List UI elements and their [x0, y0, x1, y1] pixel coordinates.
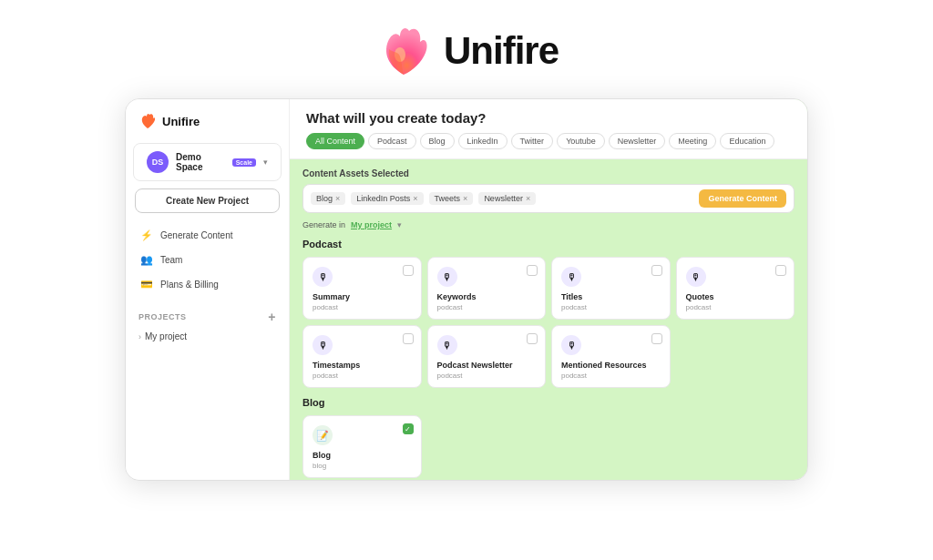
filter-tab-youtube[interactable]: Youtube — [557, 133, 605, 149]
project-item[interactable]: › My project — [138, 329, 276, 344]
card-checkbox-podcast-newsletter[interactable] — [527, 333, 538, 344]
main-content: What will you create today? All Content … — [290, 99, 807, 480]
card-type-keywords: podcast — [437, 303, 537, 311]
sidebar-item-generate-content[interactable]: ⚡ Generate Content — [133, 224, 282, 247]
card-quotes: 🎙 Quotes podcast — [676, 257, 795, 320]
card-blog: ✓ 📝 Blog blog — [302, 415, 422, 478]
logo-text: Unifire — [444, 29, 559, 73]
asset-tag-tweets: Tweets × — [429, 192, 474, 205]
asset-tag-newsletter: Newsletter × — [478, 192, 536, 205]
card-checkbox-timestamps[interactable] — [403, 333, 414, 344]
card-icon-blog: 📝 — [313, 425, 333, 445]
card-name-quotes: Quotes — [686, 292, 785, 301]
card-checkbox-keywords[interactable] — [527, 265, 538, 276]
sidebar-item-billing[interactable]: 💳 Plans & Billing — [133, 273, 282, 296]
projects-section: Projects + › My project — [126, 311, 289, 344]
card-icon-podcast-newsletter: 🎙 — [437, 335, 457, 355]
card-type-titles: podcast — [561, 303, 661, 311]
remove-linkedin-tag[interactable]: × — [413, 194, 417, 203]
filter-tab-education[interactable]: Education — [720, 133, 774, 149]
projects-label: Projects — [138, 312, 187, 321]
assets-bar: Blog × LinkedIn Posts × Tweets × Newslet… — [302, 184, 795, 213]
sidebar: Unifire DS Demo Space Scale ▾ Create New… — [126, 99, 290, 480]
remove-blog-tag[interactable]: × — [335, 194, 340, 203]
card-checkbox-titles[interactable] — [651, 265, 662, 276]
filter-tab-podcast[interactable]: Podcast — [368, 133, 416, 149]
card-checkbox-mentioned-resources[interactable] — [651, 333, 662, 344]
main-header: What will you create today? All Content … — [290, 99, 807, 159]
generate-content-icon: ⚡ — [140, 229, 153, 241]
generate-in-project-link[interactable]: My project — [351, 220, 392, 229]
account-avatar: DS — [147, 151, 169, 173]
remove-tweets-tag[interactable]: × — [463, 194, 467, 203]
card-icon-timestamps: 🎙 — [313, 335, 333, 355]
sidebar-item-team[interactable]: 👥 Team — [133, 249, 282, 271]
unifire-logo-icon — [374, 22, 433, 80]
sidebar-item-label: Team — [160, 255, 182, 265]
card-type-timestamps: podcast — [313, 372, 412, 380]
card-timestamps: 🎙 Timestamps podcast — [302, 325, 422, 388]
card-name-mentioned-resources: Mentioned Resources — [561, 361, 661, 370]
card-type-quotes: podcast — [686, 303, 785, 311]
content-assets-label: Content Assets Selected — [302, 168, 795, 178]
card-keywords: 🎙 Keywords podcast — [427, 257, 547, 320]
card-name-keywords: Keywords — [437, 292, 537, 301]
generate-in-row: Generate in My project ▾ — [302, 220, 795, 229]
card-mentioned-resources: 🎙 Mentioned Resources podcast — [551, 325, 671, 388]
card-summary: 🎙 Summary podcast — [302, 257, 422, 320]
generate-content-button[interactable]: Generate Content — [699, 189, 786, 208]
app-window: Unifire DS Demo Space Scale ▾ Create New… — [125, 98, 808, 481]
card-checkbox-blog[interactable]: ✓ — [403, 423, 414, 434]
asset-tag-linkedin-posts: LinkedIn Posts × — [351, 192, 423, 205]
card-checkbox-quotes[interactable] — [775, 265, 786, 276]
content-body: Content Assets Selected Blog × LinkedIn … — [290, 159, 807, 480]
card-type-podcast-newsletter: podcast — [437, 372, 537, 380]
card-type-summary: podcast — [313, 303, 412, 311]
team-icon: 👥 — [140, 254, 153, 266]
card-icon-quotes: 🎙 — [686, 267, 706, 287]
page-title: What will you create today? — [306, 110, 791, 126]
project-arrow-icon: › — [138, 332, 141, 341]
filter-tabs: All Content Podcast Blog LinkedIn Twitte… — [306, 133, 791, 149]
filter-tab-blog[interactable]: Blog — [420, 133, 455, 149]
filter-tab-linkedin[interactable]: LinkedIn — [458, 133, 508, 149]
card-type-mentioned-resources: podcast — [561, 372, 661, 380]
logo-area: Unifire — [374, 0, 559, 98]
account-name: Demo Space — [176, 152, 225, 172]
generate-in-label: Generate in — [302, 220, 345, 229]
card-type-blog: blog — [313, 462, 412, 470]
sidebar-nav: ⚡ Generate Content 👥 Team 💳 Plans & Bill… — [126, 224, 289, 296]
sidebar-brand: Unifire — [126, 112, 289, 143]
sidebar-brand-label: Unifire — [162, 115, 200, 128]
add-project-button[interactable]: + — [268, 311, 276, 323]
asset-tag-blog: Blog × — [311, 192, 345, 205]
generate-in-chevron-icon: ▾ — [397, 220, 402, 229]
billing-icon: 💳 — [140, 279, 153, 290]
remove-newsletter-tag[interactable]: × — [526, 194, 530, 203]
filter-tab-twitter[interactable]: Twitter — [511, 133, 554, 149]
card-icon-mentioned-resources: 🎙 — [561, 335, 581, 355]
create-project-button[interactable]: Create New Project — [135, 188, 280, 213]
sidebar-item-label: Plans & Billing — [160, 280, 219, 290]
card-name-timestamps: Timestamps — [313, 361, 412, 370]
blog-section-title: Blog — [302, 397, 795, 408]
card-name-blog: Blog — [313, 451, 412, 460]
card-name-summary: Summary — [313, 292, 412, 301]
card-icon-keywords: 🎙 — [437, 267, 457, 287]
card-titles: 🎙 Titles podcast — [551, 257, 671, 320]
podcast-cards-grid: 🎙 Summary podcast 🎙 Keywords podcast 🎙 T… — [302, 257, 795, 388]
filter-tab-newsletter[interactable]: Newsletter — [609, 133, 666, 149]
card-checkbox-summary[interactable] — [403, 265, 414, 276]
sidebar-item-label: Generate Content — [160, 230, 233, 240]
card-icon-summary: 🎙 — [313, 267, 333, 287]
podcast-section-title: Podcast — [302, 239, 795, 249]
project-name: My project — [145, 331, 187, 341]
chevron-down-icon: ▾ — [263, 158, 268, 167]
projects-header: Projects + — [138, 311, 276, 323]
card-name-podcast-newsletter: Podcast Newsletter — [437, 361, 537, 370]
filter-tab-all-content[interactable]: All Content — [306, 133, 364, 149]
account-selector[interactable]: DS Demo Space Scale ▾ — [133, 143, 282, 181]
filter-tab-meeting[interactable]: Meeting — [669, 133, 716, 149]
blog-cards-grid: ✓ 📝 Blog blog — [302, 415, 795, 478]
card-icon-titles: 🎙 — [561, 267, 581, 287]
